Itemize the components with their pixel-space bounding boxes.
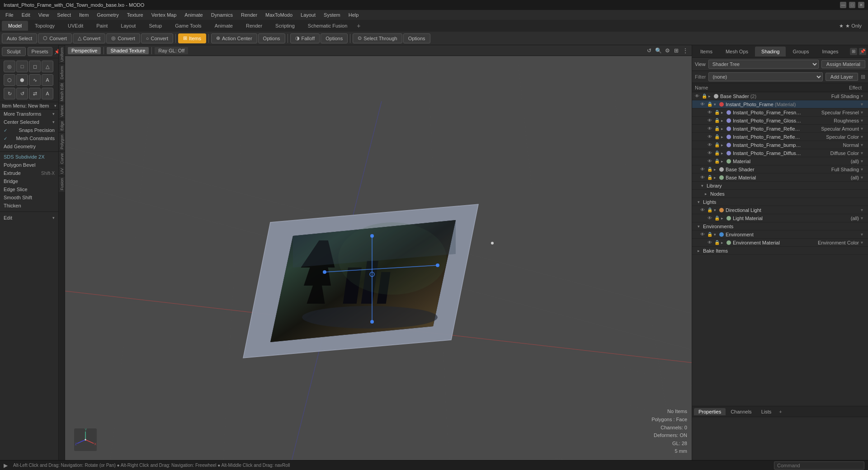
tab-topology[interactable]: Topology bbox=[28, 21, 61, 31]
expand-nodes[interactable]: ▸ bbox=[705, 192, 709, 196]
convert-button-4[interactable]: ○ Convert bbox=[141, 33, 173, 43]
tree-item-bump[interactable]: 👁 🔒 ▸ Instant_Photo_Frame_bump (Image) N… bbox=[692, 141, 868, 149]
eye-icon-9[interactable]: 👁 bbox=[699, 166, 706, 173]
edit-section[interactable]: Edit ▾ bbox=[0, 214, 58, 222]
tree-item-dir-light[interactable]: 👁 🔒 ▾ Directional Light ▾ bbox=[692, 206, 868, 214]
tree-item-reflection-1[interactable]: 👁 🔒 ▸ Instant_Photo_Frame_Reflection (Im… bbox=[692, 133, 868, 141]
surface-icon-btn[interactable]: ⬢ bbox=[16, 74, 28, 86]
vert-tab-uniform[interactable]: Uniform bbox=[59, 45, 65, 64]
tree-item-material[interactable]: 👁 🔒 ▸ Material (all) ▾ bbox=[692, 157, 868, 165]
vp-icon-settings[interactable]: ⚙ bbox=[664, 47, 671, 54]
tree-item-base-material[interactable]: 👁 🔒 ▸ Base Material (all) ▾ bbox=[692, 174, 868, 182]
center-selected[interactable]: Center Selected ▾ bbox=[0, 118, 58, 126]
tab-layout[interactable]: Layout bbox=[114, 21, 142, 31]
expand-10[interactable]: ▸ bbox=[714, 175, 718, 180]
eye-icon-3[interactable]: 👁 bbox=[707, 118, 713, 124]
right-panel-expand[interactable]: ⊞ bbox=[850, 48, 857, 55]
vert-tab-uv[interactable]: UV bbox=[59, 166, 65, 176]
expand-4[interactable]: ▸ bbox=[721, 127, 726, 131]
lock-icon-0[interactable]: 🔒 bbox=[701, 93, 708, 99]
eye-icon-5[interactable]: 👁 bbox=[707, 134, 713, 140]
row-arrow-4[interactable]: ▾ bbox=[861, 126, 866, 131]
expand-5[interactable]: ▸ bbox=[721, 135, 726, 139]
lock-icon-em[interactable]: 🔒 bbox=[714, 240, 720, 246]
right-tab-mesh-ops[interactable]: Mesh Ops bbox=[719, 47, 755, 56]
bridge[interactable]: Bridge bbox=[0, 177, 58, 185]
vert-tab-mesh-edit[interactable]: Mesh Edit bbox=[59, 81, 65, 103]
expand-lights[interactable]: ▾ bbox=[698, 200, 702, 204]
convert-button-2[interactable]: △ Convert bbox=[73, 33, 106, 43]
row-arrow-1[interactable]: ▾ bbox=[861, 102, 866, 107]
expand-env-item[interactable]: ▾ bbox=[714, 232, 718, 237]
row-arrow-6[interactable]: ▾ bbox=[861, 142, 866, 147]
rotate-icon-btn[interactable]: ↻ bbox=[4, 88, 15, 99]
eye-icon-10[interactable]: 👁 bbox=[699, 174, 706, 181]
tab-animate[interactable]: Animate bbox=[208, 21, 239, 31]
lock-icon-3[interactable]: 🔒 bbox=[714, 118, 720, 124]
tree-item-bake-items[interactable]: ▸ Bake Items bbox=[692, 247, 868, 255]
vert-tab-deform[interactable]: Deform bbox=[59, 64, 65, 81]
options-button-3[interactable]: Options bbox=[403, 33, 430, 43]
polygon-bevel[interactable]: Polygon Bevel bbox=[0, 161, 58, 169]
box-icon-btn[interactable]: □ bbox=[16, 61, 28, 72]
right-panel-pin[interactable]: 📌 bbox=[859, 48, 866, 55]
tree-item-nodes[interactable]: ▸ Nodes bbox=[692, 190, 868, 198]
row-arrow-2[interactable]: ▾ bbox=[861, 110, 866, 115]
lock-icon-5[interactable]: 🔒 bbox=[714, 134, 720, 140]
row-arrow-10[interactable]: ▾ bbox=[861, 175, 866, 180]
menu-dynamics[interactable]: Dynamics bbox=[208, 11, 236, 19]
snaps-precision[interactable]: ✓ Snaps Precision bbox=[0, 126, 58, 134]
rb-tab-plus[interactable]: + bbox=[776, 409, 784, 414]
tree-item-glossiness[interactable]: 👁 🔒 ▸ Instant_Photo_Frame_Glossiness (Im… bbox=[692, 117, 868, 125]
add-layer-button[interactable]: Add Layer bbox=[826, 73, 858, 81]
curve-icon-btn[interactable]: ∿ bbox=[29, 74, 41, 86]
mirror-icon-btn[interactable]: ⇄ bbox=[29, 88, 41, 99]
tree-item-photo-frame[interactable]: 👁 🔒 ▾ Instant_Photo_Frame (Material) ▾ bbox=[692, 100, 868, 108]
tree-item-fresnel[interactable]: 👁 🔒 ▸ Instant_Photo_Frame_Fresnel (Image… bbox=[692, 108, 868, 117]
expand-lib[interactable]: ▾ bbox=[701, 183, 706, 188]
menu-vertex-map[interactable]: Vertex Map bbox=[148, 11, 180, 19]
shader-tree-select[interactable]: Shader Tree bbox=[708, 60, 819, 69]
vp-icon-search[interactable]: 🔍 bbox=[655, 47, 662, 54]
menu-texture[interactable]: Texture bbox=[123, 11, 147, 19]
vert-tab-fusion[interactable]: Fusion bbox=[59, 176, 65, 192]
filter-expand-icon[interactable]: ⊞ bbox=[861, 74, 865, 80]
lock-icon-1[interactable]: 🔒 bbox=[707, 101, 713, 108]
viewport-canvas[interactable]: No Items Polygons : Face Channels: 0 Def… bbox=[65, 56, 692, 460]
menu-item[interactable]: Item bbox=[75, 11, 92, 19]
minimize-button[interactable]: — bbox=[840, 2, 846, 8]
text-icon-btn[interactable]: A bbox=[42, 74, 53, 86]
tree-item-diffuse[interactable]: 👁 🔒 ▸ Instant_Photo_Frame_Diffuse (Image… bbox=[692, 149, 868, 157]
row-arrow-0[interactable]: ▾ bbox=[861, 94, 866, 99]
action-center-button[interactable]: ⊕ Action Center bbox=[211, 33, 257, 43]
tree-item-lights[interactable]: ▾ Lights bbox=[692, 198, 868, 206]
eye-icon-6[interactable]: 👁 bbox=[707, 142, 713, 148]
lock-icon-6[interactable]: 🔒 bbox=[714, 142, 720, 148]
thicken[interactable]: Thicken bbox=[0, 202, 58, 210]
smooth-shift[interactable]: Smooth Shift bbox=[0, 193, 58, 202]
expand-dir-light[interactable]: ▾ bbox=[714, 208, 718, 212]
maximize-button[interactable]: □ bbox=[849, 2, 855, 8]
mesh-icon-btn[interactable]: ⬡ bbox=[4, 74, 15, 86]
eye-icon-2[interactable]: 👁 bbox=[707, 109, 713, 116]
tree-item-reflection-2[interactable]: 👁 🔒 ▸ Instant_Photo_Frame_Reflection (Im… bbox=[692, 125, 868, 133]
menu-system[interactable]: System bbox=[320, 11, 344, 19]
falloff-button[interactable]: ◑ Falloff bbox=[290, 33, 320, 43]
command-input[interactable] bbox=[774, 461, 864, 470]
expand-env[interactable]: ▾ bbox=[698, 224, 702, 229]
lock-icon-10[interactable]: 🔒 bbox=[707, 174, 713, 181]
expand-8[interactable]: ▸ bbox=[721, 159, 726, 164]
tree-item-environments[interactable]: ▾ Environments bbox=[692, 222, 868, 230]
eye-icon-4[interactable]: 👁 bbox=[707, 126, 713, 132]
tab-game-tools[interactable]: Game Tools bbox=[169, 21, 208, 31]
menu-geometry[interactable]: Geometry bbox=[93, 11, 122, 19]
right-tab-shading[interactable]: Shading bbox=[755, 47, 786, 56]
add-geometry[interactable]: Add Geometry bbox=[0, 142, 58, 150]
tab-add-button[interactable]: + bbox=[354, 22, 363, 29]
eye-icon-lm[interactable]: 👁 bbox=[707, 215, 713, 221]
tree-item-environment[interactable]: 👁 🔒 ▾ Environment ▾ bbox=[692, 230, 868, 239]
tab-scripting[interactable]: Scripting bbox=[269, 21, 301, 31]
lock-icon-8[interactable]: 🔒 bbox=[714, 158, 720, 164]
vp-icon-expand[interactable]: ⊞ bbox=[673, 47, 680, 54]
sds-subdivide[interactable]: SDS Subdivide 2X bbox=[0, 153, 58, 161]
